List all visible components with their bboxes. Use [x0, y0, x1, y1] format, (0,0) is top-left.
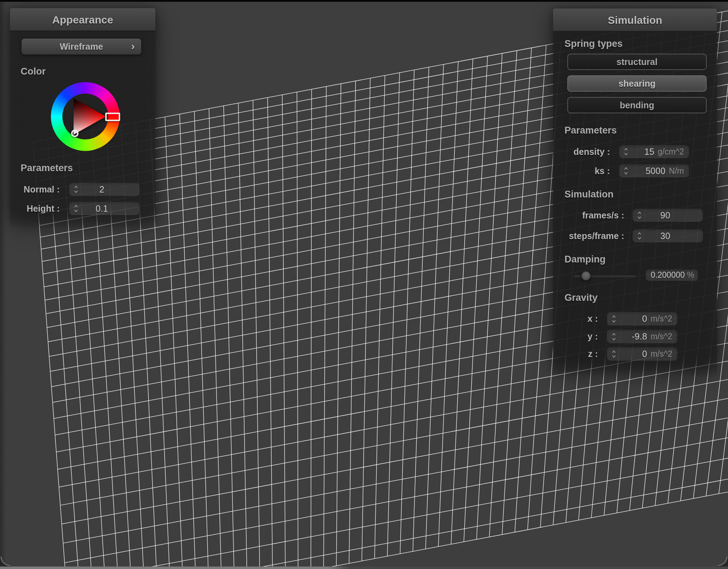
stepper-arrows-icon[interactable]: [623, 166, 628, 176]
spring-type-structural-button[interactable]: structural: [567, 54, 707, 70]
stepper-arrows-icon[interactable]: [637, 210, 642, 221]
color-section-label: Color: [21, 66, 46, 77]
simulation-parameters-label: Parameters: [564, 125, 617, 136]
stepper-arrows-icon[interactable]: [611, 314, 616, 324]
appearance-panel: Appearance Wireframe › Color: [10, 8, 155, 228]
gravity-x-unit: m/s^2: [651, 314, 672, 324]
damping-slider-knob[interactable]: [581, 271, 591, 281]
stepper-arrows-icon[interactable]: [611, 349, 616, 359]
ks-stepper[interactable]: 5000 N/m: [619, 164, 689, 177]
appearance-parameters-label: Parameters: [21, 163, 73, 173]
frames-stepper[interactable]: 90: [633, 209, 703, 222]
gravity-y-value: -9.8: [616, 331, 647, 342]
ks-field-label: ks :: [553, 164, 610, 177]
color-wheel[interactable]: [51, 82, 120, 151]
window-corner-bottom-right: [718, 557, 728, 567]
gravity-y-stepper[interactable]: -9.8 m/s^2: [607, 330, 677, 343]
height-stepper[interactable]: 0.1: [69, 202, 139, 215]
saturation-value-selector[interactable]: [71, 130, 79, 137]
wireframe-dropdown-label: Wireframe: [60, 42, 103, 52]
gravity-z-value: 0: [616, 349, 647, 359]
normal-value: 2: [79, 184, 125, 195]
gravity-section-label: Gravity: [564, 292, 598, 303]
damping-value: 0.200000: [651, 270, 685, 280]
window-left-edge-shade: [0, 0, 6, 569]
gravity-z-unit: m/s^2: [651, 349, 672, 359]
height-value: 0.1: [79, 204, 125, 214]
density-field-label: density :: [553, 145, 610, 158]
spring-type-shearing-button[interactable]: shearing: [567, 75, 707, 92]
appearance-panel-header[interactable]: Appearance: [10, 8, 155, 32]
normal-field-label: Normal :: [10, 183, 60, 196]
simulation-panel-header[interactable]: Simulation: [553, 9, 717, 32]
normal-stepper[interactable]: 2: [69, 183, 139, 196]
stepper-arrows-icon[interactable]: [623, 146, 628, 157]
density-unit: g/cm^2: [658, 147, 684, 157]
stepper-arrows-icon[interactable]: [74, 184, 79, 195]
window-top-edge: [0, 0, 728, 2]
spring-types-label: Spring types: [564, 38, 623, 49]
gravity-x-label: x :: [553, 312, 598, 325]
gravity-x-stepper[interactable]: 0 m/s^2: [607, 312, 677, 325]
wireframe-dropdown-button[interactable]: Wireframe ›: [21, 38, 141, 55]
spring-type-bending-button[interactable]: bending: [567, 97, 707, 113]
stepper-arrows-icon[interactable]: [74, 203, 79, 214]
hue-selector[interactable]: [105, 113, 120, 121]
gravity-x-value: 0: [616, 314, 647, 324]
app-window: Appearance Wireframe › Color: [0, 0, 728, 569]
damping-value-box[interactable]: 0.200000 %: [646, 270, 698, 281]
damping-unit: %: [687, 270, 694, 280]
damping-section-label: Damping: [564, 254, 606, 265]
simulation-panel: Simulation Spring types structural shear…: [553, 9, 717, 376]
density-stepper[interactable]: 15 g/cm^2: [619, 145, 689, 158]
ks-unit: N/m: [669, 166, 684, 176]
stepper-arrows-icon[interactable]: [611, 331, 616, 342]
simulation-section-label: Simulation: [564, 189, 614, 200]
stepper-arrows-icon[interactable]: [637, 231, 642, 241]
ks-value: 5000: [628, 166, 665, 176]
steps-value: 30: [642, 231, 689, 241]
window-bottom-edge: [0, 567, 728, 569]
window-corner-bottom-left: [0, 557, 10, 567]
gravity-y-unit: m/s^2: [651, 332, 672, 341]
gravity-z-label: z :: [553, 347, 598, 361]
gravity-y-label: y :: [553, 330, 598, 343]
chevron-right-icon: ›: [131, 40, 135, 52]
steps-field-label: steps/frame :: [553, 229, 624, 242]
gravity-z-stepper[interactable]: 0 m/s^2: [607, 347, 677, 361]
density-value: 15: [628, 147, 654, 157]
height-field-label: Height :: [10, 202, 60, 215]
frames-value: 90: [642, 210, 689, 221]
steps-stepper[interactable]: 30: [633, 229, 703, 242]
frames-field-label: frames/s :: [553, 209, 624, 222]
